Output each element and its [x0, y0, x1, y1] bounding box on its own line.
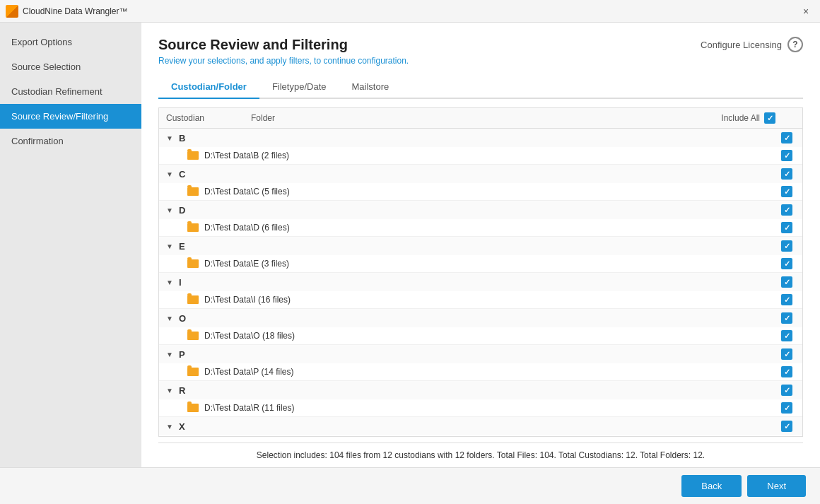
- group-header-i: ▼ I: [159, 273, 802, 291]
- list-item: D:\Test Data\B (2 files): [159, 147, 802, 165]
- folder-checkbox[interactable]: [781, 222, 792, 233]
- footer: Back Next: [0, 467, 820, 504]
- folder-icon: [187, 223, 199, 232]
- sidebar-item-confirmation[interactable]: Confirmation: [0, 129, 141, 153]
- group-header-p: ▼ P: [159, 345, 802, 363]
- folder-checkbox[interactable]: [781, 402, 792, 414]
- folder-path: D:\Test Data\C (5 files): [204, 187, 781, 197]
- folder-icon: [187, 368, 199, 376]
- folder-path: D:\Test Data\P (14 files): [204, 367, 781, 377]
- arrow-e[interactable]: ▼: [166, 242, 173, 250]
- folder-checkbox[interactable]: [781, 366, 792, 377]
- folder-icon: [187, 332, 199, 340]
- folder-path: D:\Test Data\R (11 files): [204, 403, 781, 413]
- folder-icon: [187, 259, 199, 268]
- group-checkbox-b[interactable]: [781, 132, 792, 143]
- status-text: Selection includes: 104 files from 12 cu…: [257, 450, 705, 460]
- group-header-x: ▼ X: [159, 417, 802, 435]
- folder-path: D:\Test Data\B (2 files): [204, 151, 781, 160]
- folder-path: D:\Test Data\I (16 files): [204, 295, 781, 305]
- list-item: D:\Test Data\I (16 files): [159, 291, 802, 309]
- folder-checkbox[interactable]: [781, 330, 792, 341]
- table-body[interactable]: ▼ B D:\Test Data\B (2 files) ▼ C: [159, 129, 802, 436]
- content-area: Source Review and Filtering Configure Li…: [141, 23, 820, 467]
- include-all-checkbox[interactable]: [764, 112, 775, 124]
- main-layout: Export Options Source Selection Custodia…: [0, 23, 820, 467]
- group-checkbox-p[interactable]: [781, 348, 792, 360]
- group-letter-p: P: [179, 349, 185, 360]
- list-item: D:\Test Data\D (6 files): [159, 219, 802, 237]
- group-checkbox-c[interactable]: [781, 168, 792, 180]
- folder-path: D:\Test Data\D (6 files): [204, 223, 781, 233]
- group-letter-r: R: [179, 385, 185, 396]
- sidebar-item-source-selection[interactable]: Source Selection: [0, 54, 141, 79]
- folder-checkbox[interactable]: [781, 294, 792, 305]
- sidebar-item-custodian-refinement[interactable]: Custodian Refinement: [0, 79, 141, 104]
- next-button[interactable]: Next: [747, 475, 806, 497]
- group-header-d: ▼ D: [159, 201, 802, 219]
- include-all-container: Include All: [721, 112, 775, 124]
- group-checkbox-o[interactable]: [781, 312, 792, 324]
- list-item: D:\Test Data\X (10 files): [159, 435, 802, 436]
- group-letter-i: I: [179, 277, 182, 288]
- arrow-p[interactable]: ▼: [166, 351, 173, 358]
- group-header-b: ▼ B: [159, 129, 802, 147]
- arrow-c[interactable]: ▼: [166, 170, 173, 178]
- list-item: D:\Test Data\R (11 files): [159, 399, 802, 417]
- tab-custodian-folder[interactable]: Custodian/Folder: [158, 76, 259, 99]
- group-header-o: ▼ O: [159, 309, 802, 327]
- list-item: D:\Test Data\P (14 files): [159, 363, 802, 381]
- folder-icon: [187, 187, 199, 196]
- include-all-label: Include All: [721, 113, 760, 123]
- header-right: Configure Licensing ?: [701, 37, 803, 52]
- group-checkbox-i[interactable]: [781, 276, 792, 288]
- group-checkbox-e[interactable]: [781, 240, 792, 252]
- sidebar-item-export-options[interactable]: Export Options: [0, 30, 141, 54]
- title-bar: CloudNine Data Wrangler™ ×: [0, 0, 820, 23]
- group-header-e: ▼ E: [159, 237, 802, 255]
- group-letter-b: B: [179, 133, 185, 143]
- list-item: D:\Test Data\E (3 files): [159, 255, 802, 273]
- sidebar-item-source-review[interactable]: Source Review/Filtering: [0, 104, 141, 129]
- group-checkbox-r[interactable]: [781, 385, 792, 396]
- back-button[interactable]: Back: [681, 475, 742, 497]
- title-bar-left: CloudNine Data Wrangler™: [6, 5, 128, 18]
- group-letter-x: X: [179, 421, 185, 432]
- tab-filetype-date[interactable]: Filetype/Date: [259, 76, 339, 99]
- tab-mailstore[interactable]: Mailstore: [339, 76, 402, 99]
- table-header: Custodian Folder Include All: [159, 108, 802, 129]
- arrow-o[interactable]: ▼: [166, 315, 173, 322]
- subtitle: Review your selections, and apply filter…: [158, 56, 803, 66]
- folder-icon: [187, 295, 199, 304]
- configure-licensing-link[interactable]: Configure Licensing: [701, 40, 782, 50]
- folder-checkbox[interactable]: [781, 150, 792, 161]
- folder-path: D:\Test Data\O (18 files): [204, 331, 781, 341]
- folder-checkbox[interactable]: [781, 186, 792, 197]
- app-icon: [6, 5, 18, 18]
- arrow-d[interactable]: ▼: [166, 206, 173, 214]
- group-header-r: ▼ R: [159, 381, 802, 399]
- folder-checkbox[interactable]: [781, 258, 792, 269]
- arrow-x[interactable]: ▼: [166, 423, 173, 430]
- folder-path: D:\Test Data\E (3 files): [204, 259, 781, 269]
- custodian-column-header: Custodian: [166, 113, 251, 123]
- page-title: Source Review and Filtering: [158, 37, 348, 53]
- content-header: Source Review and Filtering Configure Li…: [158, 37, 803, 53]
- close-button[interactable]: ×: [797, 3, 814, 20]
- group-header-c: ▼ C: [159, 165, 802, 183]
- arrow-b[interactable]: ▼: [166, 134, 173, 142]
- sidebar: Export Options Source Selection Custodia…: [0, 23, 141, 467]
- group-checkbox-d[interactable]: [781, 204, 792, 216]
- arrow-r[interactable]: ▼: [166, 387, 173, 394]
- list-item: D:\Test Data\C (5 files): [159, 183, 802, 201]
- arrow-i[interactable]: ▼: [166, 279, 173, 286]
- help-button[interactable]: ?: [787, 37, 803, 52]
- group-checkbox-x[interactable]: [781, 421, 792, 432]
- group-letter-e: E: [179, 241, 185, 252]
- folder-icon: [187, 151, 199, 160]
- group-letter-d: D: [179, 205, 185, 216]
- tabs-container: Custodian/Folder Filetype/Date Mailstore: [158, 76, 803, 99]
- status-bar: Selection includes: 104 files from 12 cu…: [158, 443, 803, 467]
- group-letter-o: O: [179, 313, 186, 324]
- app-title: CloudNine Data Wrangler™: [23, 6, 128, 16]
